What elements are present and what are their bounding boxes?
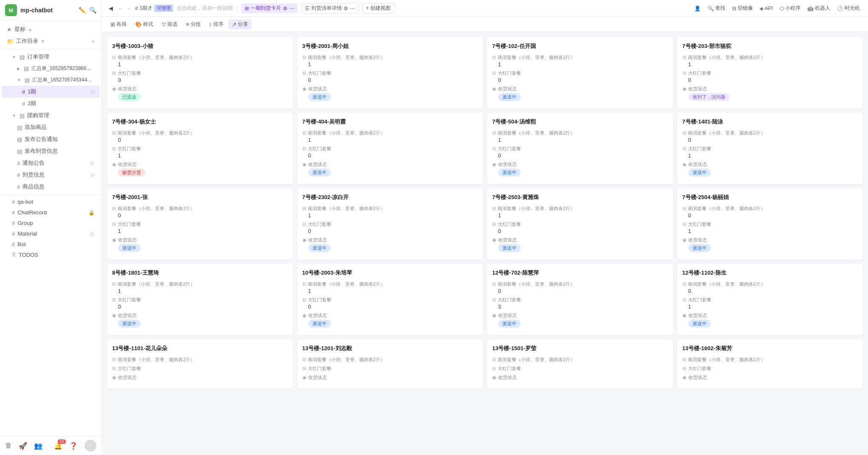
question-icon[interactable]: ❓ xyxy=(69,442,78,450)
field-icon: ⊟ xyxy=(682,281,686,287)
grid-icon3: ▤ xyxy=(25,77,30,83)
card-status-field: ◉ 收货状态 xyxy=(492,374,668,381)
card-card16[interactable]: 12号楼-1102-陈生 ⊟ 南润套餐（小排、里脊、腿肉各2斤） 0 ⊟ 大红门… xyxy=(677,264,863,335)
status-icon: ◉ xyxy=(112,162,116,167)
card-title: 13号楼-1501-罗莹 xyxy=(492,345,668,352)
sidebar-stars[interactable]: ★ 星标 ▲ xyxy=(2,23,100,35)
user-avatar[interactable] xyxy=(85,440,96,452)
card-card3[interactable]: 7号楼-102-任开国 ⊟ 南润套餐（小排、里脊、腿肉各2斤） 1 ⊟ 大红门套… xyxy=(487,37,673,109)
layout-btn[interactable]: ⊞ 布局 xyxy=(107,20,130,29)
sidebar-item-summary2[interactable]: ▼ ▤ 汇总单_1652705745344... xyxy=(2,74,100,86)
card-card13[interactable]: 8号楼-1801-王慧琦 ⊟ 南润套餐（小排、里脊、腿肉各2斤） 1 ⊟ 大红门… xyxy=(107,264,293,335)
status-icon: ◉ xyxy=(112,375,116,380)
card-status-field: ◉ 收货状态 派送中 xyxy=(112,237,288,252)
robot-icon: 🤖 xyxy=(807,6,814,11)
card-card1[interactable]: 3号楼-1003-小猪 ⊟ 南润套餐（小排、里脊、腿肉各2斤） 1 ⊟ 大红门套… xyxy=(107,37,293,109)
mirror-btn[interactable]: ⊟ 切镜像 xyxy=(729,3,756,13)
users-icon[interactable]: 👥 xyxy=(34,442,42,450)
sort-btn[interactable]: ↕ 排序 xyxy=(206,20,227,29)
card-card7[interactable]: 7号楼-504-汤维熙 ⊟ 南润套餐（小排、里脊、腿肉各2斤） 1 ⊟ 大红门套… xyxy=(487,113,673,184)
sidebar-item-chat-record[interactable]: # ChatRecord 🔒 xyxy=(2,207,100,218)
time-machine-btn[interactable]: 🕐 时光机 xyxy=(834,3,863,13)
view-card-toggle[interactable]: ⊞ 一期到货卡片 ⚙ ⋯ xyxy=(241,3,298,13)
card-card9[interactable]: 7号楼-2001-张 ⊟ 南润套餐（小排、里脊、腿肉各2斤） 0 ⊟ 大红门套餐… xyxy=(107,188,293,260)
topbar-hint[interactable]: 点击此处，添加一段说明 xyxy=(177,5,233,12)
card-card19[interactable]: 13号楼-1501-罗莹 ⊟ 南润套餐（小排、里脊、腿肉各2斤） ⊟ 大红门套餐… xyxy=(487,340,673,388)
right-toolbar: 👤 🔍 查找 ⊟ 切镜像 ◈ API ⬡ 小程序 🤖 机器人 � xyxy=(691,3,863,13)
card-card15[interactable]: 12号楼-702-陈慧萍 ⊟ 南润套餐（小排、里脊、腿肉各2斤） 0 ⊟ 大红门… xyxy=(487,264,673,335)
card-card6[interactable]: 7号楼-404-吴明霞 ⊟ 南润套餐（小排、里脊、腿肉各2斤） 1 ⊟ 大红门套… xyxy=(297,113,483,184)
card-field1: ⊟ 南润套餐（小排、里脊、腿肉各2斤） 1 xyxy=(492,130,668,143)
sidebar-item-bot[interactable]: # Bot xyxy=(2,239,100,250)
card-card4[interactable]: 7号楼-203-部市骆驼 ⊟ 南润套餐（小排、里脊、腿肉各2斤） 1 ⊟ 大红门… xyxy=(677,37,863,109)
collapse-icon: ◀ xyxy=(109,5,113,11)
card-status-field: ◉ 收货状态 派送中 xyxy=(112,312,288,328)
card-field2: ⊟ 大红门套餐 xyxy=(302,365,478,372)
sidebar-item-group[interactable]: # Group xyxy=(2,218,100,228)
status-value: 派送中 xyxy=(302,169,478,177)
miniapp-btn[interactable]: ⬡ 小程序 xyxy=(777,3,803,13)
group-btn[interactable]: ≡ 分组 xyxy=(183,20,204,29)
field-icon2: ⊟ xyxy=(492,146,496,152)
cards-area: 3号楼-1003-小猪 ⊟ 南润套餐（小排、里脊、腿肉各2斤） 1 ⊟ 大红门套… xyxy=(102,32,868,455)
search-icon[interactable]: 🔍 xyxy=(89,7,96,14)
card-card12[interactable]: 7号楼-2504-杨丽娟 ⊟ 南润套餐（小排、里脊、腿肉各2斤） 0 ⊟ 大红门… xyxy=(677,188,863,260)
create-view-btn[interactable]: + 创建视图 xyxy=(362,3,395,14)
style-btn[interactable]: 🎨 样式 xyxy=(132,20,157,29)
api-btn[interactable]: ◈ API xyxy=(757,4,776,13)
card-card10[interactable]: 7号楼-2302-凉白开 ⊟ 南润套餐（小排、里脊、腿肉各2斤） 1 ⊟ 大红门… xyxy=(297,188,483,260)
sidebar-item-todos[interactable]: ⠿ TODOS xyxy=(2,250,100,260)
sidebar-item-publish-notice[interactable]: ▤ 发布公告通知 xyxy=(2,133,100,145)
field-icon: ⊟ xyxy=(112,357,116,362)
share-btn[interactable]: ↗ 分享 xyxy=(228,20,251,29)
field-icon2: ⊟ xyxy=(302,366,306,371)
card-card2[interactable]: 3号楼-2001-周小姐 ⊟ 南润套餐（小排、里脊、腿肉各2斤） 1 ⊟ 大红门… xyxy=(297,37,483,109)
card-card17[interactable]: 13号楼-1101-花儿朵朵 ⊟ 南润套餐（小排、里脊、腿肉各2斤） ⊟ 大红门… xyxy=(107,340,293,388)
sidebar-item-delivery-info[interactable]: # 到货信息 ▷ xyxy=(2,169,100,181)
card-card11[interactable]: 7号楼-2503-黄雅珠 ⊟ 南润套餐（小排、里脊、腿肉各2斤） 1 ⊟ 大红门… xyxy=(487,188,673,260)
rocket-icon[interactable]: 🚀 xyxy=(19,442,27,450)
toolbar: ⊞ 布局 🎨 样式 ▽ 筛选 ≡ 分组 ↕ 排序 ↗ 分享 xyxy=(102,17,868,32)
card-card5[interactable]: 7号楼-304-杨女士 ⊟ 南润套餐（小排、里脊、腿肉各2斤） 0 ⊟ 大红门套… xyxy=(107,113,293,184)
collapse-btn[interactable]: ◀ xyxy=(109,5,113,11)
status-value: 派送中 xyxy=(682,169,858,177)
sidebar-item-material[interactable]: # Material ▷ xyxy=(2,228,100,239)
sidebar-item-summary1[interactable]: ▶ ▤ 汇总单_1652957823966... xyxy=(2,63,100,74)
sidebar-item-publish-delivery[interactable]: ▤ 发布到货信息 xyxy=(2,145,100,157)
sidebar-item-order-mgmt[interactable]: ▼ ▤ 订单管理 xyxy=(2,51,100,63)
card-card8[interactable]: 7号楼-1401-陆泳 ⊟ 南润套餐（小排、里脊、腿肉各2斤） 0 ⊟ 大红门套… xyxy=(677,113,863,184)
status-icon: ◉ xyxy=(302,237,307,243)
status-badge: 派送中 xyxy=(498,169,521,177)
add-workspace-icon[interactable]: + xyxy=(91,38,95,45)
status-value: 派送中 xyxy=(302,320,478,328)
card-card20[interactable]: 13号楼-1602-朱菊芳 ⊟ 南润套餐（小排、里脊、腿肉各2斤） ⊟ 大红门套… xyxy=(677,340,863,388)
status-icon: ◉ xyxy=(302,313,307,318)
sidebar-item-period1[interactable]: # 1期 ▷ xyxy=(2,86,100,98)
filter-btn[interactable]: ▽ 筛选 xyxy=(158,20,181,29)
sidebar-item-notice[interactable]: # 通知公告 ▷ xyxy=(2,157,100,169)
hash-icon9: # xyxy=(12,230,15,237)
card-title: 12号楼-702-陈慧萍 xyxy=(492,269,668,277)
robot-btn[interactable]: 🤖 机器人 xyxy=(804,3,833,13)
style-icon: 🎨 xyxy=(135,21,142,28)
sidebar-work[interactable]: 📁 工作目录 ▼ + xyxy=(2,35,100,47)
sidebar-item-group-mgmt[interactable]: ▼ ▤ 团购管理 xyxy=(2,110,100,121)
sidebar-item-period2[interactable]: # 2期 xyxy=(2,98,100,110)
user-icon-btn[interactable]: 👤 xyxy=(691,4,704,13)
sidebar-item-product-info[interactable]: # 商品信息 xyxy=(2,181,100,193)
card-field1: ⊟ 南润套餐（小排、里脊、腿肉各2斤） 0 xyxy=(112,130,288,143)
status-icon: ◉ xyxy=(302,375,307,380)
sidebar-item-qa-bot[interactable]: # qa-bot xyxy=(2,197,100,207)
search-btn[interactable]: 🔍 查找 xyxy=(705,3,728,13)
delivery-detail-btn[interactable]: ☰ 到货清单详情 ⚙ ⋯ xyxy=(301,3,359,14)
manage-tag[interactable]: 可管理 xyxy=(154,5,173,12)
trash-icon[interactable]: 🗑 xyxy=(5,442,12,449)
card-card14[interactable]: 10号楼-2003-朱培琴 ⊟ 南润套餐（小排、里脊、腿肉各2斤） 1 ⊟ 大红… xyxy=(297,264,483,335)
edit-icon[interactable]: ✏️ xyxy=(79,7,86,14)
hash-icon10: # xyxy=(12,241,15,247)
nav-forward[interactable]: → xyxy=(127,6,132,11)
sidebar-item-add-goods[interactable]: ▤ 添加商品 xyxy=(2,121,100,133)
nav-back[interactable]: ← xyxy=(118,6,123,11)
grid-icon: ▤ xyxy=(20,54,25,60)
card-card18[interactable]: 13号楼-1201-刘志毅 ⊟ 南润套餐（小排、里脊、腿肉各2斤） ⊟ 大红门套… xyxy=(297,340,483,388)
